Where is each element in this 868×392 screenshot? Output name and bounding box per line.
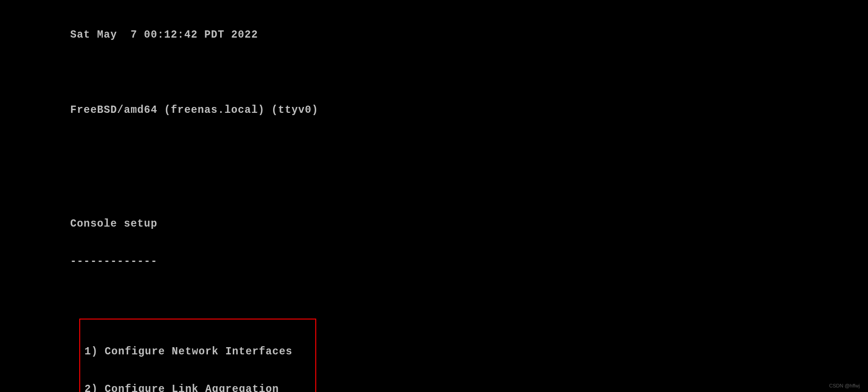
- section-title: Console setup: [70, 218, 868, 231]
- system-line: FreeBSD/amd64 (freenas.local) (ttyv0): [70, 104, 868, 117]
- section-underline: -------------: [70, 256, 868, 268]
- menu-label: Configure Network Interfaces: [105, 346, 292, 358]
- menu-num: 2): [85, 383, 98, 392]
- timestamp-line: Sat May 7 00:12:42 PDT 2022: [70, 29, 868, 42]
- blank-line: [70, 67, 868, 79]
- watermark: CSDN @hffwj: [829, 383, 860, 388]
- blank-line: [70, 142, 868, 155]
- menu-label: Configure Link Aggregation: [105, 383, 279, 392]
- blank-line: [70, 293, 868, 306]
- menu-num: 1): [85, 346, 98, 358]
- menu-highlight-box: 1) Configure Network Interfaces 2) Confi…: [79, 319, 316, 392]
- menu-item[interactable]: 1) Configure Network Interfaces: [80, 346, 313, 358]
- menu-item[interactable]: 2) Configure Link Aggregation: [80, 383, 313, 392]
- blank-line: [70, 180, 868, 193]
